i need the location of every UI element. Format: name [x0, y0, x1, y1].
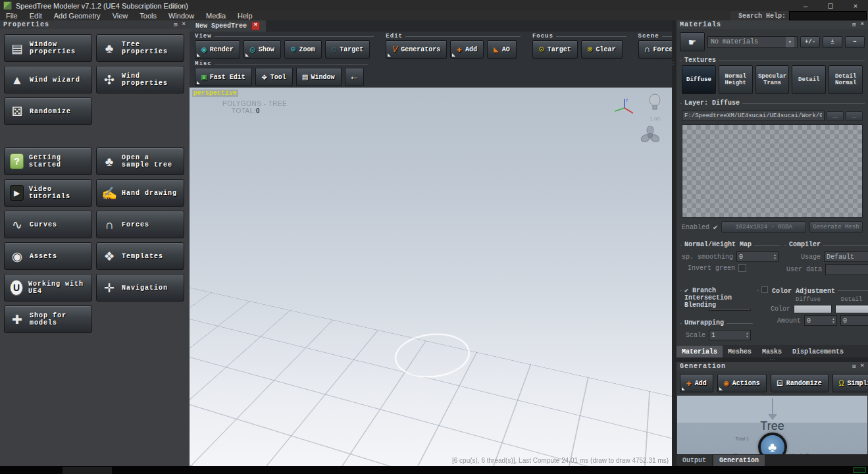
menu-view[interactable]: View — [107, 11, 134, 20]
taskbar-item[interactable] — [63, 467, 112, 474]
close-button[interactable]: × — [843, 0, 868, 11]
close-panel-icon[interactable]: × — [861, 363, 865, 370]
material-select[interactable]: No materials ▾ — [707, 36, 798, 48]
ao-button[interactable]: ◣ AO — [487, 40, 517, 59]
float-panel-icon[interactable]: ⊡ — [852, 21, 856, 28]
menu-tools[interactable]: Tools — [134, 11, 163, 20]
chevron-down-icon[interactable]: ▾ — [786, 37, 794, 47]
getting-started-button[interactable]: ? Getting started — [4, 147, 92, 175]
actions-button[interactable]: ◉ Actions — [717, 374, 767, 392]
light-bulb-icon[interactable] — [647, 93, 663, 114]
working-with-ue4-button[interactable]: U Working with UE4 — [4, 274, 92, 302]
color-adjustment-checkbox[interactable] — [761, 286, 768, 293]
navigation-button[interactable]: ✛ Navigation — [96, 274, 184, 302]
menu-file[interactable]: File — [0, 11, 24, 20]
bib-check-icon[interactable]: ✔ — [684, 287, 688, 294]
float-panel-icon[interactable]: ⊡ — [852, 363, 856, 370]
tab-materials[interactable]: Materials — [677, 346, 723, 357]
panel-splitter-vertical[interactable]: ⁞ — [672, 20, 677, 466]
window-button[interactable]: ▤ Window — [296, 68, 342, 86]
float-panel-icon[interactable]: ⊡ — [174, 21, 178, 28]
panel-splitter-horizontal[interactable]: ⋯ — [677, 357, 868, 362]
browse-texture-button[interactable]: … — [827, 111, 844, 121]
tab-displacements[interactable]: Displacements — [787, 346, 849, 357]
ghost-node-mesh-forces[interactable]: Mesh Forces0 ✤ — [789, 452, 828, 454]
enabled-check-icon[interactable]: ✔ — [713, 224, 718, 231]
tab-generation[interactable]: Generation — [713, 455, 765, 466]
tab-meshes[interactable]: Meshes — [723, 346, 757, 357]
texture-size-button[interactable]: 1024x1024 - RGBA — [721, 221, 806, 233]
generators-button[interactable]: V Generators — [386, 40, 447, 59]
hand-drawing-button[interactable]: ✍ Hand drawing — [96, 179, 184, 207]
render-button[interactable]: ◉ Render — [195, 40, 240, 59]
user-data-input[interactable] — [825, 264, 868, 275]
duplicate-material-button[interactable]: ± — [823, 36, 842, 48]
hand-tool-button[interactable]: ☛ — [680, 32, 705, 51]
add-button[interactable]: ✚ Add — [450, 40, 484, 59]
maximize-button[interactable]: ◻ — [818, 0, 843, 11]
zoom-button[interactable]: ⊕ Zoom — [284, 40, 322, 59]
spin-down-icon[interactable]: ▼ — [832, 321, 835, 324]
scale-spinner[interactable]: 1 ▲▼ — [709, 330, 751, 340]
tool-button[interactable]: ✥ Tool — [255, 68, 293, 86]
templates-button[interactable]: ❖ Templates — [96, 242, 184, 270]
camera-mode-label[interactable]: perspective — [192, 90, 238, 97]
shop-for-models-button[interactable]: ✚ Shop for models — [4, 305, 92, 333]
viewport-3d[interactable]: perspective POLYGONS - TREE TOTAL:0 z 1.… — [190, 88, 672, 466]
close-panel-icon[interactable]: × — [182, 21, 186, 28]
invert-green-checkbox[interactable] — [738, 264, 746, 272]
spin-down-icon[interactable]: ▼ — [746, 335, 749, 338]
texture-path-input[interactable] — [682, 111, 825, 121]
tree-node[interactable]: ♣ — [758, 433, 787, 454]
menu-add-geometry[interactable]: Add Geometry — [48, 11, 107, 20]
add-remove-material-button[interactable]: +/- — [800, 36, 820, 48]
fast-edit-button[interactable]: ▣ Fast Edit — [195, 68, 252, 86]
taskbar-tray-icon[interactable] — [853, 467, 866, 473]
generation-randomize-button[interactable]: ⚄ Randomize — [771, 374, 829, 392]
randomize-button[interactable]: ⚄ Randomize — [4, 97, 92, 125]
diffuse-color-swatch[interactable] — [794, 305, 832, 313]
simplify-button[interactable]: Ω Simplify — [832, 374, 868, 392]
tree-properties-button[interactable]: ♣ Tree properties — [96, 34, 184, 62]
menu-help[interactable]: Help — [232, 11, 259, 20]
show-button[interactable]: ◎ Show — [243, 40, 281, 59]
import-material-button[interactable]: ➥ — [845, 36, 865, 48]
forces-button[interactable]: ∩ Forces — [96, 211, 184, 238]
video-tutorials-button[interactable]: ▶ Video tutorials — [4, 179, 92, 207]
wind-wizard-button[interactable]: ▲ Wind wizard — [4, 66, 92, 93]
usage-select[interactable]: Default ▾ — [824, 251, 868, 262]
reload-texture-button[interactable]: … — [846, 111, 863, 121]
menu-edit[interactable]: Edit — [24, 11, 48, 20]
tab-close-icon[interactable]: × — [251, 22, 260, 30]
open-sample-tree-button[interactable]: ♣ Open a sample tree — [96, 147, 184, 175]
back-button[interactable]: ← — [345, 68, 365, 86]
generation-node-graph[interactable]: Tree ♣ Total 1 Forces0 ∩ Collision0 ◔ Me… — [677, 396, 867, 454]
texture-slot-normal-height[interactable]: Normal Height — [719, 65, 753, 94]
texture-slot-diffuse[interactable]: Diffuse — [682, 65, 716, 94]
texture-slot-detail-normal[interactable]: Detail Normal — [829, 65, 863, 94]
wind-properties-button[interactable]: ✣ Wind properties — [96, 66, 184, 93]
search-help-input[interactable] — [789, 11, 867, 20]
minimize-button[interactable]: – — [793, 0, 818, 11]
focus-target-button[interactable]: ⊙ Target — [532, 40, 578, 59]
generation-add-button[interactable]: ✚ Add — [680, 374, 713, 392]
assets-button[interactable]: ◉ Assets — [4, 242, 92, 270]
focus-clear-button[interactable]: ⊗ Clear — [581, 40, 623, 59]
spin-down-icon[interactable]: ▼ — [773, 257, 777, 260]
texture-slot-specular-trans[interactable]: Specular Trans — [755, 65, 790, 94]
curves-button[interactable]: ∿ Curves — [4, 211, 92, 238]
os-taskbar[interactable] — [0, 466, 868, 474]
view-target-button[interactable]: ◌ Target — [325, 40, 370, 59]
window-properties-button[interactable]: ▤ Window properties — [4, 34, 92, 62]
detail-color-swatch[interactable] — [835, 305, 868, 313]
close-panel-icon[interactable]: × — [861, 21, 865, 28]
amount-detail-spinner[interactable]: 0 ▲▼ — [840, 315, 868, 326]
ghost-node-forces[interactable]: Forces0 ∩ — [734, 452, 757, 454]
sp-smoothing-spinner[interactable]: 0 ▲▼ — [736, 251, 779, 262]
amount-diffuse-spinner[interactable]: 0 ▲▼ — [804, 315, 837, 326]
wind-fan-icon[interactable] — [640, 126, 660, 145]
texture-preview[interactable] — [682, 124, 863, 218]
menu-window[interactable]: Window — [163, 11, 200, 20]
generate-mesh-button[interactable]: Generate Mesh — [809, 221, 863, 233]
tab-new-speedtree[interactable]: New SpeedTree × — [190, 20, 266, 32]
